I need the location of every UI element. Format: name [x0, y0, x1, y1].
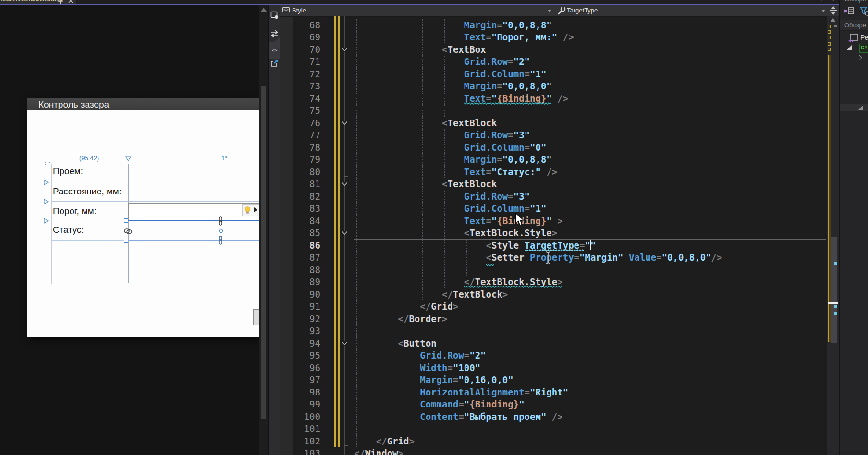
designer-scrollbar-thumb[interactable]: [261, 86, 266, 419]
code-line[interactable]: Grid.Row="3": [354, 129, 530, 142]
code-line[interactable]: Grid.Row="2": [354, 56, 530, 68]
pin-icon[interactable]: [58, 0, 63, 4]
fold-collapse-icon[interactable]: [342, 231, 348, 235]
row-resize-chain-icon[interactable]: [218, 216, 223, 226]
code-line[interactable]: </Grid>: [354, 300, 458, 313]
line-number: 96: [280, 362, 320, 374]
xaml-code-editor[interactable]: <> Style TargetType 68Margin="0,0,8,8"69…: [280, 5, 839, 455]
code-line[interactable]: Text="Порог, мм:" />: [354, 31, 574, 44]
design-textbox[interactable]: [128, 203, 259, 221]
code-line[interactable]: Grid.Row="3": [354, 191, 530, 203]
navbar-member-dropdown[interactable]: TargetType: [567, 7, 598, 14]
row-marker-triangle-icon[interactable]: [44, 199, 49, 204]
chevron-down-icon[interactable]: [548, 10, 551, 12]
editor-scrollbar-thumb[interactable]: [831, 237, 837, 343]
code-line[interactable]: <Button: [354, 337, 437, 350]
code-line[interactable]: <TextBlock: [354, 117, 497, 130]
designer-view-icon[interactable]: [270, 11, 279, 19]
filter-icon[interactable]: [859, 6, 868, 16]
line-number: 79: [280, 154, 320, 166]
code-token: <: [442, 118, 447, 128]
code-line[interactable]: Width="100": [354, 362, 480, 374]
split-editor-handle-icon[interactable]: [829, 6, 838, 16]
sync-selection-icon[interactable]: [844, 7, 855, 16]
solution-search-box[interactable]: Обозре: [840, 20, 868, 31]
code-line[interactable]: <TextBlock.Style>: [354, 227, 557, 239]
row-resize-chain-icon[interactable]: [218, 236, 223, 245]
quick-actions-panel[interactable]: [242, 204, 259, 216]
code-token: [623, 252, 629, 263]
row-marker-triangle-icon[interactable]: [44, 180, 49, 185]
code-line[interactable]: <TextBox: [354, 44, 486, 56]
code-token: =: [574, 252, 579, 263]
code-line[interactable]: Text="Статус:" />: [354, 166, 557, 179]
editor-scrollbar[interactable]: [827, 16, 839, 455]
xaml-designer-pane[interactable]: Контроль зазора (95.42) 1*: [0, 5, 259, 455]
row-marker-triangle-icon[interactable]: [44, 218, 49, 224]
fold-end-tick: [344, 103, 348, 103]
code-line[interactable]: <TextBlock: [354, 178, 497, 191]
line-number: 84: [280, 215, 320, 228]
code-token: =: [508, 191, 513, 202]
fold-collapse-icon[interactable]: [342, 121, 348, 125]
code-token: >: [552, 216, 563, 226]
code-line[interactable]: Command="{Binding}": [354, 398, 525, 411]
selection-handle[interactable]: [124, 218, 128, 223]
quick-actions-arrow-icon[interactable]: [254, 207, 257, 212]
code-line[interactable]: Content="Выбрать проем" />: [354, 411, 563, 423]
grid-row-line: [51, 182, 259, 182]
fold-collapse-icon[interactable]: [342, 48, 348, 52]
designer-scrollbar[interactable]: [259, 5, 268, 455]
code-line[interactable]: <Setter Property="Margin" Value="0,0,8,0…: [354, 251, 722, 264]
code-line[interactable]: HorizontalAlignment="Right": [354, 386, 568, 399]
code-line[interactable]: Margin="0,16,0,0": [354, 374, 513, 386]
code-line[interactable]: Grid.Column="1": [354, 68, 546, 81]
code-line[interactable]: Grid.Column="0": [354, 142, 546, 154]
indent-guide: [356, 105, 357, 117]
editor-scrollbar-up-icon[interactable]: [830, 18, 836, 22]
tree-collapsed-icon[interactable]: [856, 55, 862, 60]
tree-expanded-icon[interactable]: [847, 45, 852, 50]
grid-row-line: [51, 221, 126, 221]
mouse-ibeam-cursor: [544, 251, 552, 265]
xaml-view-icon[interactable]: <>: [271, 48, 278, 53]
code-line[interactable]: </Window>: [354, 447, 403, 455]
line-number: 100: [280, 411, 320, 423]
code-line[interactable]: </Grid>: [354, 435, 415, 448]
document-tab[interactable]: MainWindow.xaml: [0, 0, 76, 4]
close-icon[interactable]: [68, 0, 73, 4]
code-token: "Статус:": [491, 167, 541, 177]
column-splitter-triangle-icon[interactable]: [125, 156, 131, 161]
code-token: >: [552, 228, 557, 238]
line-number: 71: [280, 56, 320, 68]
indent-guide: [379, 325, 379, 337]
designer-editor-splitter[interactable]: <>: [268, 5, 281, 455]
popout-pane-icon[interactable]: [270, 59, 279, 67]
code-token: Grid.Row: [464, 56, 508, 67]
solution-root-label[interactable]: Ре: [860, 34, 868, 41]
designer-scrollbar-up-icon[interactable]: [261, 8, 267, 12]
code-token: =: [508, 130, 513, 140]
fold-collapse-icon[interactable]: [342, 182, 348, 186]
code-line[interactable]: Margin="0,0,8,0": [354, 80, 552, 93]
row-anchor-circle-icon[interactable]: [219, 228, 223, 233]
code-line[interactable]: </Border>: [354, 313, 447, 325]
code-token: Margin: [464, 81, 497, 91]
chevron-down-icon[interactable]: [821, 10, 825, 12]
code-line[interactable]: Text="{Binding}" >: [354, 215, 563, 228]
designer-window-preview[interactable]: Контроль зазора (95.42) 1*: [27, 98, 259, 337]
code-line[interactable]: Margin="0,0,8,8": [354, 19, 552, 32]
design-button-partial[interactable]: [253, 309, 259, 325]
fold-collapse-icon[interactable]: [342, 341, 348, 346]
solution-explorer-panel[interactable]: Обозре Обозре Ре C#: [840, 0, 868, 455]
scrollbar-gray-mark: [834, 25, 837, 27]
lightbulb-icon[interactable]: [244, 206, 251, 214]
navbar-type-dropdown[interactable]: Style: [292, 7, 306, 14]
code-line[interactable]: Margin="0,0,8,8": [354, 154, 552, 166]
code-line[interactable]: Grid.Row="2": [354, 349, 486, 362]
selection-handle[interactable]: [124, 239, 128, 243]
code-line[interactable]: </TextBlock>: [354, 288, 508, 301]
margin-link-icon[interactable]: [123, 228, 133, 235]
swap-panes-icon[interactable]: [270, 30, 279, 38]
collapsed-pane-divider[interactable]: [840, 104, 868, 111]
